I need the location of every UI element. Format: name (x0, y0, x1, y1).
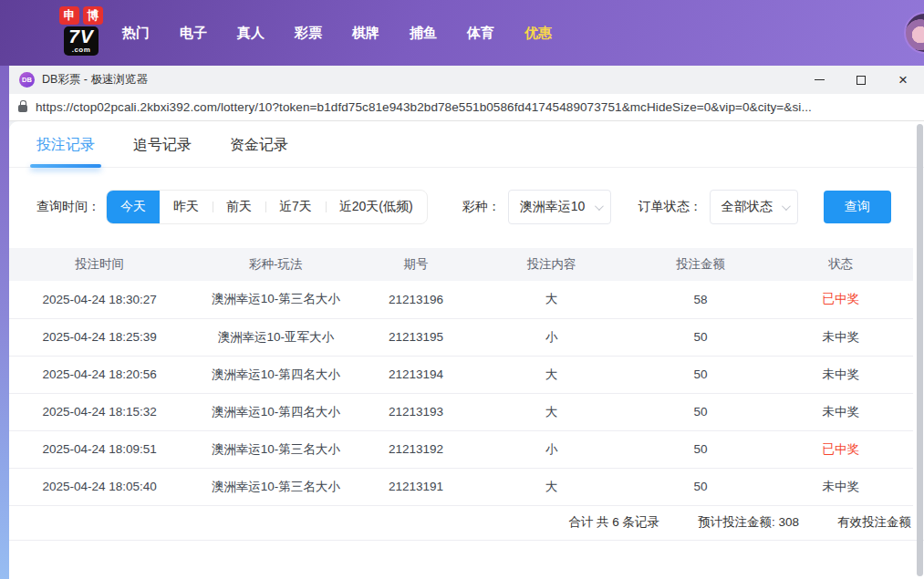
chevron-down-icon (782, 202, 791, 211)
tab-fund-records[interactable]: 资金记录 (230, 136, 288, 167)
cell-issue: 21213193 (361, 393, 470, 430)
cell-status: 已中奖 (768, 281, 913, 318)
record-tabs: 投注记录 追号记录 资金记录 (9, 121, 924, 168)
logo-main: 7V .com (64, 26, 99, 56)
url-text: https://ctop02pcali.2kbxi392.com/lottery… (36, 100, 812, 114)
cell-status: 未中奖 (768, 468, 913, 505)
table-row: 2025-04-24 18:25:39 澳洲幸运10-亚军大小 21213195… (9, 318, 913, 356)
order-status-select[interactable]: 全部状态 (710, 190, 798, 224)
table-row: 2025-04-24 18:15:32 澳洲幸运10-第四名大小 2121319… (9, 393, 913, 430)
cell-bet-time: 2025-04-24 18:20:56 (9, 356, 190, 393)
cell-bet-time: 2025-04-24 18:15:32 (9, 393, 190, 430)
order-status-value: 全部状态 (722, 199, 773, 215)
cell-bet-content: 大 (470, 468, 632, 505)
cell-issue: 21213195 (361, 318, 470, 356)
cell-status: 未中奖 (768, 356, 913, 393)
cell-status: 未中奖 (768, 393, 913, 430)
order-status-label: 订单状态： (638, 199, 702, 215)
browser-titlebar: DB DB彩票 - 极速浏览器 × (9, 66, 924, 94)
cell-game-play: 澳洲幸运10-第四名大小 (190, 356, 361, 393)
minimize-button[interactable] (798, 66, 840, 94)
filter-bar: 查询时间： 今天 昨天 前天 近7天 近20天(低频) 彩种： 澳洲幸运10 订… (36, 190, 924, 224)
vertical-scrollbar[interactable] (917, 124, 923, 576)
nav-item-boardgames[interactable]: 棋牌 (352, 25, 379, 42)
lottery-type-value: 澳洲幸运10 (520, 199, 586, 215)
header-bet-amount: 投注金额 (633, 248, 769, 281)
address-bar[interactable]: https://ctop02pcali.2kbxi392.com/lottery… (9, 94, 924, 121)
minimize-icon (815, 79, 825, 80)
chevron-down-icon (595, 202, 604, 211)
nav-menu: 热门 电子 真人 彩票 棋牌 捕鱼 体育 优惠 (122, 0, 552, 66)
lottery-type-select[interactable]: 澳洲幸运10 (508, 190, 611, 224)
time-range-group: 今天 昨天 前天 近7天 近20天(低频) (106, 190, 428, 224)
page-background: 投注记录 追号记录 资金记录 查询时间： 今天 昨天 前天 近7天 近20天(低… (9, 121, 924, 579)
cell-bet-amount: 50 (633, 356, 769, 393)
content-panel: 投注记录 追号记录 资金记录 查询时间： 今天 昨天 前天 近7天 近20天(低… (9, 121, 924, 579)
table-header-row: 投注时间 彩种-玩法 期号 投注内容 投注金额 状态 (9, 248, 913, 281)
window-controls: × (798, 66, 924, 94)
nav-item-fishing[interactable]: 捕鱼 (410, 25, 437, 42)
cell-bet-amount: 50 (633, 318, 769, 356)
cell-issue: 21213194 (361, 356, 470, 393)
lock-icon (18, 105, 27, 112)
nav-item-hot[interactable]: 热门 (122, 25, 150, 42)
logo-com-text: .com (68, 47, 94, 53)
cell-bet-content: 小 (470, 318, 632, 356)
table-row: 2025-04-24 18:30:27 澳洲幸运10-第三名大小 2121319… (9, 281, 913, 318)
browser-app-icon: DB (19, 72, 35, 88)
browser-window: DB DB彩票 - 极速浏览器 × https://ctop02pcali.2k… (9, 66, 924, 579)
window-title: DB彩票 - 极速浏览器 (42, 72, 148, 88)
cell-bet-amount: 50 (633, 430, 769, 468)
cell-bet-time: 2025-04-24 18:05:40 (9, 468, 190, 505)
header-game-play: 彩种-玩法 (190, 248, 361, 281)
cell-game-play: 澳洲幸运10-亚军大小 (190, 318, 361, 356)
header-bet-time: 投注时间 (9, 248, 190, 281)
time-option-7days[interactable]: 近7天 (265, 191, 326, 223)
cell-bet-content: 大 (470, 393, 632, 430)
table-row: 2025-04-24 18:20:56 澳洲幸运10-第四名大小 2121319… (9, 356, 913, 393)
cell-game-play: 澳洲幸运10-第三名大小 (190, 281, 361, 318)
time-option-yesterday[interactable]: 昨天 (160, 191, 213, 223)
cell-issue: 21213191 (361, 468, 470, 505)
tab-chase-records[interactable]: 追号记录 (133, 136, 192, 167)
table-row: 2025-04-24 18:05:40 澳洲幸运10-第三名大小 2121319… (9, 468, 913, 505)
logo-badge-bo: 博 (83, 6, 103, 25)
maximize-button[interactable] (840, 66, 882, 94)
cell-bet-amount: 50 (633, 393, 769, 430)
tab-bet-records[interactable]: 投注记录 (36, 136, 95, 167)
site-logo[interactable]: 申 博 7V .com (52, 6, 110, 56)
header-issue: 期号 (361, 248, 470, 281)
header-bet-content: 投注内容 (470, 248, 632, 281)
time-option-daybefore[interactable]: 前天 (213, 191, 265, 223)
time-option-20days[interactable]: 近20天(低频) (326, 191, 427, 223)
cell-issue: 21213196 (361, 281, 470, 318)
close-icon: × (898, 72, 908, 88)
cell-bet-time: 2025-04-24 18:09:51 (9, 430, 190, 468)
lottery-type-label: 彩种： (462, 199, 501, 215)
user-avatar[interactable] (904, 12, 924, 54)
nav-item-live[interactable]: 真人 (237, 25, 265, 42)
cell-status: 已中奖 (768, 430, 913, 468)
cell-game-play: 澳洲幸运10-第四名大小 (190, 393, 361, 430)
cell-game-play: 澳洲幸运10-第三名大小 (190, 430, 361, 468)
nav-item-lottery[interactable]: 彩票 (295, 25, 322, 42)
logo-badge-shen: 申 (59, 6, 79, 25)
query-time-label: 查询时间： (36, 199, 100, 215)
cell-bet-time: 2025-04-24 18:30:27 (9, 281, 190, 318)
bet-records-table: 投注时间 彩种-玩法 期号 投注内容 投注金额 状态 2025-04-24 18… (9, 248, 913, 506)
time-option-today[interactable]: 今天 (107, 191, 160, 223)
close-button[interactable]: × (882, 66, 924, 94)
site-nav: 申 博 7V .com 热门 电子 真人 彩票 棋牌 捕鱼 体育 优惠 (0, 0, 924, 66)
query-button[interactable]: 查询 (824, 191, 891, 223)
cell-status: 未中奖 (768, 318, 913, 356)
nav-item-promotions[interactable]: 优惠 (524, 25, 552, 42)
cell-bet-time: 2025-04-24 18:25:39 (9, 318, 190, 356)
summary-expected-amount: 预计投注金额: 308 (698, 514, 799, 531)
nav-item-sports[interactable]: 体育 (467, 25, 494, 42)
logo-7v-text: 7V (68, 26, 94, 47)
maximize-icon (857, 76, 866, 85)
table-row: 2025-04-24 18:09:51 澳洲幸运10-第三名大小 2121319… (9, 430, 913, 468)
summary-valid-amount: 有效投注金额 (837, 514, 911, 531)
nav-item-slots[interactable]: 电子 (180, 25, 207, 42)
cell-bet-content: 小 (470, 430, 632, 468)
